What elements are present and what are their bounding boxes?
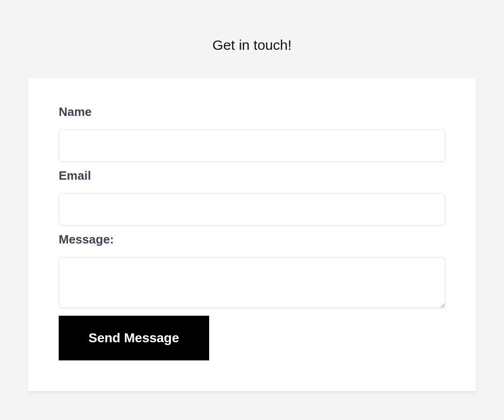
send-message-button[interactable]: Send Message [59, 316, 209, 360]
message-label: Message: [59, 232, 445, 247]
page-title: Get in touch! [0, 37, 504, 53]
message-textarea[interactable] [59, 257, 445, 308]
email-input[interactable] [59, 193, 445, 226]
name-input[interactable] [59, 129, 445, 162]
name-label: Name [59, 105, 445, 119]
email-label: Email [59, 169, 445, 183]
contact-form-card: Name Email Message: Send Message [28, 79, 476, 391]
